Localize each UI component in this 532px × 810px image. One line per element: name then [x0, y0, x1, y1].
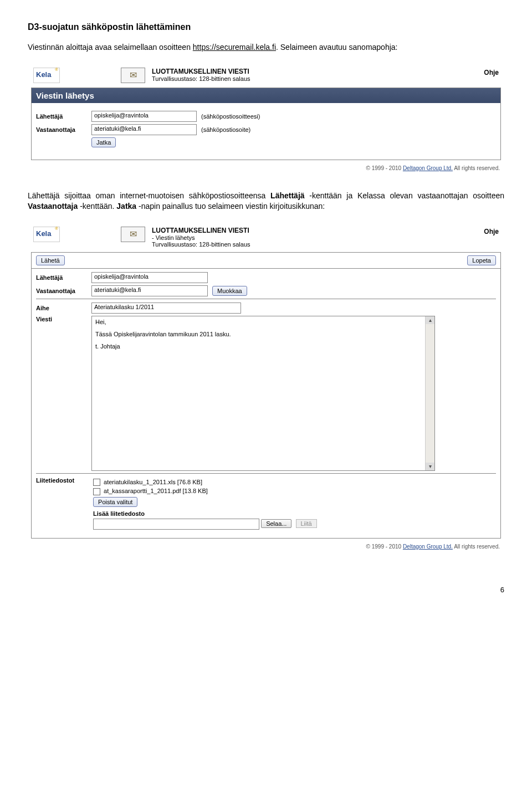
- file-path-input[interactable]: [93, 519, 259, 530]
- footer-copyright: © 1999 - 2010 Deltagon Group Ltd. All ri…: [28, 163, 504, 174]
- kela-logo: Kela ®: [33, 68, 60, 83]
- to-hint: (sähköpostiosoite): [201, 126, 250, 133]
- quit-button[interactable]: Lopeta: [467, 255, 496, 265]
- label-add-attachment: Lisää liitetiedosto: [93, 510, 317, 517]
- deltagon-link[interactable]: Deltagon Group Ltd.: [403, 165, 453, 171]
- footer-copyright-2: © 1999 - 2010 Deltagon Group Ltd. All ri…: [28, 542, 504, 552]
- copy-suffix: All rights reserved.: [454, 165, 500, 171]
- from-input[interactable]: opiskelija@ravintola: [91, 111, 197, 122]
- attach-button[interactable]: Liitä: [296, 519, 317, 528]
- label-to: Vastaanottaja: [36, 126, 91, 133]
- row-from: Lähettäjä opiskelija@ravintola (sähköpos…: [36, 111, 496, 122]
- label-message: Viesti: [36, 316, 91, 322]
- send-subline: - Viestin lähetys: [152, 234, 484, 241]
- label-from: Lähettäjä: [36, 274, 91, 281]
- security-level: Turvallisuustaso: 128-bittinen salaus: [152, 241, 484, 248]
- mid-m1: -kenttään ja Kelassa olevan vastaanottaj…: [305, 191, 504, 200]
- app-header-2: Kela ® ✉ LUOTTAMUKSELLINEN VIESTI - Vies…: [28, 223, 504, 250]
- row-subject: Aihe Ateriatukilasku 1/2011: [36, 303, 496, 314]
- row-message: Viesti Hei, Tässä Opiskelijaravintolan t…: [36, 316, 496, 471]
- panel-title: Viestin lähetys: [32, 88, 500, 103]
- label-to: Vastaanottaja: [36, 288, 91, 294]
- kela-logo-text: Kela: [36, 229, 51, 238]
- mid-m2: -kenttään.: [78, 202, 116, 211]
- label-attachments: Liitetiedostot: [36, 477, 91, 484]
- attachment-checkbox[interactable]: [93, 488, 100, 495]
- row-from-2: Lähettäjä opiskelija@ravintola: [36, 272, 496, 283]
- from-input[interactable]: opiskelija@ravintola: [91, 272, 208, 283]
- screenshot-1: Kela ® ✉ LUOTTAMUKSELLINEN VIESTI Turval…: [28, 64, 504, 174]
- label-from: Lähettäjä: [36, 113, 91, 120]
- copy-suffix: All rights reserved.: [454, 544, 500, 550]
- mid-b1: Lähettäjä: [270, 191, 304, 200]
- row-to-2: Vastaanottaja ateriatuki@kela.fi Muokkaa: [36, 285, 496, 296]
- label-subject: Aihe: [36, 305, 91, 311]
- scrollbar[interactable]: ▴ ▾: [425, 316, 434, 470]
- compose-panel: Lähetä Lopeta Lähettäjä opiskelija@ravin…: [31, 252, 501, 539]
- mid-b2: Vastaanottaja: [28, 202, 78, 211]
- mid-b3: Jatka: [116, 202, 136, 211]
- intro-paragraph: Viestinnän aloittaja avaa selaimellaan o…: [28, 42, 504, 53]
- send-panel: Viestin lähetys Lähettäjä opiskelija@rav…: [31, 88, 501, 160]
- attachment-checkbox[interactable]: [93, 479, 100, 486]
- header-texts: LUOTTAMUKSELLINEN VIESTI Turvallisuustas…: [152, 68, 484, 82]
- help-link[interactable]: Ohje: [484, 68, 499, 76]
- to-input[interactable]: ateriatuki@kela.fi: [91, 124, 197, 135]
- registered-icon: ®: [55, 67, 58, 72]
- copy-prefix: © 1999 - 2010: [366, 165, 403, 171]
- msg-line-2: Tässä Opiskelijaravintolan tammikuun 201…: [95, 331, 431, 337]
- edit-button[interactable]: Muokkaa: [212, 286, 247, 296]
- page-number: 6: [28, 586, 504, 594]
- screenshot-2: Kela ® ✉ LUOTTAMUKSELLINEN VIESTI - Vies…: [28, 223, 504, 552]
- row-continue: Jatka: [36, 137, 496, 147]
- msg-line-3: t. Johtaja: [95, 343, 431, 350]
- attachment-name: ateriatukilasku_1_2011.xls [76.8 KB]: [104, 479, 202, 485]
- to-input[interactable]: ateriatuki@kela.fi: [91, 285, 208, 296]
- attachments-block: Liitetiedostot ateriatukilasku_1_2011.xl…: [36, 477, 496, 531]
- header-texts: LUOTTAMUKSELLINEN VIESTI - Viestin lähet…: [152, 227, 484, 248]
- help-link[interactable]: Ohje: [484, 227, 499, 235]
- envelope-icon: ✉: [121, 68, 145, 83]
- copy-prefix: © 1999 - 2010: [366, 544, 403, 550]
- mid-p-prefix: Lähettäjä sijoittaa oman internet-muotoi…: [28, 191, 270, 200]
- intro-prefix: Viestinnän aloittaja avaa selaimellaan o…: [28, 43, 193, 52]
- subject-input[interactable]: Ateriatukilasku 1/2011: [91, 303, 241, 314]
- section-heading: D3-suojatun sähköpostin lähettäminen: [28, 22, 504, 32]
- continue-button[interactable]: Jatka: [91, 137, 116, 147]
- msg-line-1: Hei,: [95, 319, 431, 325]
- securemail-link[interactable]: https://securemail.kela.fi: [193, 43, 276, 52]
- scroll-up-icon[interactable]: ▴: [426, 316, 434, 324]
- kela-logo: Kela ®: [33, 227, 60, 242]
- from-hint: (sähköpostiosoitteesi): [201, 113, 260, 120]
- attachment-row: ateriatukilasku_1_2011.xls [76.8 KB]: [93, 479, 317, 486]
- mid-suffix: -napin painallus tuo selaimeen viestin k…: [136, 202, 325, 211]
- mid-paragraph: Lähettäjä sijoittaa oman internet-muotoi…: [28, 191, 504, 212]
- confidential-title: LUOTTAMUKSELLINEN VIESTI: [152, 68, 484, 75]
- message-textarea[interactable]: Hei, Tässä Opiskelijaravintolan tammikuu…: [91, 316, 435, 471]
- row-to: Vastaanottaja ateriatuki@kela.fi (sähköp…: [36, 124, 496, 135]
- intro-suffix: . Selaimeen avautuu sanomapohja:: [276, 43, 397, 52]
- scroll-down-icon[interactable]: ▾: [426, 463, 434, 470]
- envelope-icon: ✉: [121, 227, 145, 242]
- registered-icon: ®: [55, 226, 58, 231]
- attachment-name: at_kassaraportti_1_2011.pdf [13.8 KB]: [104, 488, 208, 494]
- attachment-row: at_kassaraportti_1_2011.pdf [13.8 KB]: [93, 488, 317, 495]
- remove-selected-button[interactable]: Poista valitut: [93, 497, 137, 507]
- deltagon-link[interactable]: Deltagon Group Ltd.: [403, 544, 453, 550]
- kela-logo-text: Kela: [36, 70, 51, 79]
- security-level: Turvallisuustaso: 128-bittinen salaus: [152, 75, 484, 82]
- send-button[interactable]: Lähetä: [36, 255, 65, 265]
- browse-button[interactable]: Selaa...: [261, 519, 291, 528]
- confidential-title: LUOTTAMUKSELLINEN VIESTI: [152, 227, 484, 234]
- app-header: Kela ® ✉ LUOTTAMUKSELLINEN VIESTI Turval…: [28, 64, 504, 85]
